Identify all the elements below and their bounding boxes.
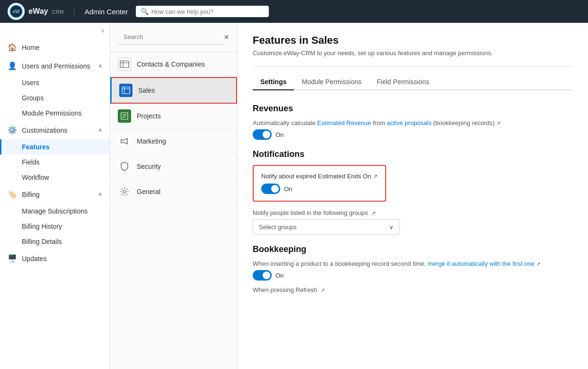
bookkeeping-toggle-label: On [275, 272, 284, 279]
notify-expired-label: Notify about expired Estimated Ends On ↗ [261, 173, 378, 180]
svg-text:eW: eW [13, 9, 20, 14]
external-link-icon[interactable]: ↗ [373, 173, 378, 180]
sidebar-item-billing-details[interactable]: Billing Details [0, 234, 110, 249]
sidebar-item-module-permissions[interactable]: Module Permissions [0, 106, 110, 121]
logo-sub: CRM [52, 9, 64, 15]
groups-select[interactable]: Select groups ∨ [253, 219, 400, 235]
mid-panel-item-sales[interactable]: Sales [110, 77, 237, 104]
main-layout: ‹ 🏠 Home 👤 Users and Permissions ∧ Users… [0, 23, 588, 369]
bookkeeping-section: Bookkeeping When inserting a product to … [253, 244, 573, 293]
mid-panel-item-general[interactable]: General [110, 179, 237, 204]
contacts-icon [118, 58, 131, 71]
notify-groups-label: Notify people listed in the following gr… [253, 209, 573, 216]
revenues-toggle-label: On [275, 131, 284, 138]
svg-marker-12 [121, 138, 127, 144]
sidebar-collapse-button[interactable]: ‹ [102, 27, 104, 34]
search-icon: 🔍 [141, 8, 149, 15]
bookkeeping-toggle-row: On [253, 270, 573, 281]
logo-area: eW eWay CRM [8, 3, 64, 20]
sidebar-item-label: Home [22, 44, 39, 51]
svg-rect-2 [120, 61, 129, 68]
chevron-up-icon: ∧ [98, 63, 102, 69]
sidebar-item-updates[interactable]: 🖥️ Updates [0, 249, 110, 268]
contacts-label: Contacts & Companies [137, 60, 205, 68]
sidebar-customizations-label: Customizations [22, 126, 67, 134]
notify-groups-ext-icon[interactable]: ↗ [371, 210, 376, 216]
sidebar-item-billing-history[interactable]: Billing History [0, 219, 110, 234]
content-area: Features in Sales Customize eWay-CRM to … [237, 23, 588, 369]
bookkeeping-setting2-label: When pressing Refresh ↗ [253, 286, 573, 293]
sidebar-billing-label: Billing [22, 191, 39, 198]
content-tabs: Settings Module Permissions Field Permis… [253, 74, 573, 90]
bookkeeping-toggle[interactable] [253, 270, 272, 281]
bookkeeping-setting1-label: When inserting a product to a bookkeepin… [253, 260, 573, 267]
marketing-label: Marketing [137, 137, 166, 145]
sidebar-item-home[interactable]: 🏠 Home [0, 38, 110, 57]
mid-panel-item-projects[interactable]: Projects [110, 104, 237, 129]
users-icon: 👤 [8, 61, 17, 70]
billing-icon: 🏷️ [8, 190, 17, 199]
topbar-divider: | [73, 8, 75, 15]
notify-expired-box: Notify about expired Estimated Ends On ↗… [253, 165, 386, 202]
chevron-up-icon-3: ∧ [98, 191, 102, 197]
projects-icon [118, 109, 131, 123]
gear-icon: ⚙️ [8, 126, 17, 135]
tab-field-permissions[interactable]: Field Permissions [369, 74, 436, 90]
general-label: General [137, 188, 161, 195]
sidebar-item-users-permissions[interactable]: 👤 Users and Permissions ∧ [0, 57, 110, 75]
mid-panel: ✕ Contacts & Companies Sal [110, 23, 237, 369]
marketing-icon [118, 135, 131, 148]
revenues-toggle-row: On [253, 129, 573, 140]
sidebar-item-billing[interactable]: 🏷️ Billing ∧ [0, 185, 110, 204]
sidebar-item-customizations[interactable]: ⚙️ Customizations ∧ [0, 121, 110, 139]
general-icon [118, 185, 131, 198]
revenues-title: Revenues [253, 104, 573, 114]
notify-expired-toggle-label: On [284, 185, 292, 193]
shield-icon [118, 160, 131, 173]
revenues-section: Revenues Automatically calculate Estimat… [253, 104, 573, 140]
chevron-up-icon-2: ∧ [98, 127, 102, 133]
groups-select-placeholder: Select groups [259, 223, 297, 231]
page-title: Features in Sales [253, 34, 573, 47]
sidebar-item-manage-subscriptions[interactable]: Manage Subscriptions [0, 204, 110, 219]
global-search[interactable]: 🔍 [136, 6, 269, 17]
sidebar-users-permissions-label: Users and Permissions [22, 62, 90, 70]
chevron-down-icon: ∨ [389, 223, 394, 231]
svg-point-13 [123, 190, 126, 193]
mid-panel-header: ✕ [110, 23, 237, 52]
sidebar-item-features[interactable]: Features [0, 139, 110, 155]
security-label: Security [137, 163, 161, 170]
sidebar-item-workflow[interactable]: Workflow [0, 170, 110, 185]
mid-panel-close-icon[interactable]: ✕ [224, 33, 229, 41]
svg-rect-5 [122, 87, 130, 94]
revenues-toggle[interactable] [253, 129, 272, 140]
sidebar-updates-label: Updates [22, 255, 47, 262]
sales-icon [119, 84, 133, 97]
notifications-section: Notifications Notify about expired Estim… [253, 149, 573, 235]
admin-center-label: Admin Center [85, 8, 128, 16]
revenues-setting-label: Automatically calculate Estimated Revenu… [253, 119, 573, 126]
mid-panel-item-marketing[interactable]: Marketing [110, 129, 237, 154]
sidebar-item-fields[interactable]: Fields [0, 155, 110, 170]
notify-expired-toggle[interactable] [261, 184, 280, 194]
logo-icon: eW [8, 3, 25, 20]
topbar: eW eWay CRM | Admin Center 🔍 [0, 0, 588, 23]
tab-module-permissions[interactable]: Module Permissions [294, 74, 369, 90]
home-icon: 🏠 [8, 43, 17, 52]
search-input[interactable] [152, 8, 264, 15]
sidebar-item-users[interactable]: Users [0, 75, 110, 90]
mid-panel-item-contacts[interactable]: Contacts & Companies [110, 52, 237, 77]
projects-label: Projects [137, 112, 161, 120]
mid-panel-search-input[interactable] [118, 29, 224, 45]
bookkeeping-ext-icon[interactable]: ↗ [321, 287, 325, 293]
bookkeeping-title: Bookkeeping [253, 244, 573, 254]
sidebar: ‹ 🏠 Home 👤 Users and Permissions ∧ Users… [0, 23, 110, 369]
sales-label: Sales [138, 87, 155, 94]
tab-settings[interactable]: Settings [253, 74, 294, 90]
logo-text: eWay [28, 7, 48, 16]
monitor-icon: 🖥️ [8, 254, 17, 263]
mid-panel-item-security[interactable]: Security [110, 154, 237, 179]
content-divider [253, 66, 573, 67]
sidebar-item-groups[interactable]: Groups [0, 90, 110, 106]
notify-expired-toggle-row: On [261, 184, 378, 194]
